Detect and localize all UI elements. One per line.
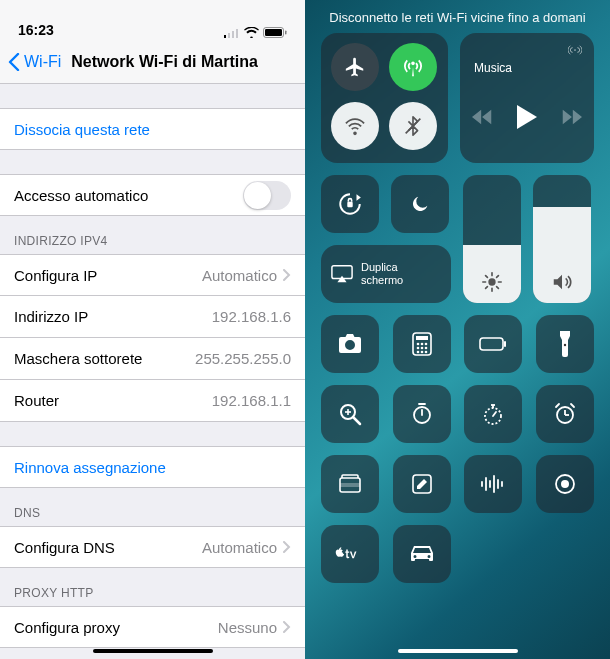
- camera-button[interactable]: [321, 315, 379, 373]
- antenna-icon: [402, 56, 424, 78]
- auto-join-row: Accesso automatico: [0, 174, 305, 216]
- status-time: 16:23: [18, 22, 54, 38]
- battery-icon: [263, 27, 287, 38]
- forget-network-button[interactable]: Dissocia questa rete: [0, 108, 305, 150]
- svg-line-48: [556, 404, 559, 407]
- rotation-lock-button[interactable]: [321, 175, 379, 233]
- screen-mirroring-button[interactable]: Duplicaschermo: [321, 245, 451, 303]
- svg-rect-5: [265, 29, 282, 36]
- control-center: Disconnetto le reti Wi-Fi vicine fino a …: [305, 0, 610, 659]
- notes-icon: [411, 473, 433, 495]
- wallet-button[interactable]: [321, 455, 379, 513]
- configure-ip-row[interactable]: Configura IP Automatico: [0, 254, 305, 296]
- waveform-icon: [480, 475, 506, 493]
- subnet-mask-row: Maschera sottorete 255.255.255.0: [0, 338, 305, 380]
- music-title: Musica: [474, 61, 582, 75]
- status-indicators: [224, 27, 287, 38]
- rewind-button[interactable]: [472, 108, 494, 126]
- svg-rect-32: [504, 341, 506, 347]
- svg-rect-2: [232, 31, 234, 38]
- wifi-button[interactable]: [331, 102, 379, 150]
- svg-rect-6: [285, 31, 287, 35]
- section-dns-header: DNS: [0, 488, 305, 526]
- svg-point-28: [416, 351, 419, 354]
- bluetooth-button[interactable]: [389, 102, 437, 150]
- back-button[interactable]: Wi-Fi: [8, 53, 61, 71]
- auto-join-toggle[interactable]: [243, 181, 291, 210]
- calculator-button[interactable]: [393, 315, 451, 373]
- svg-line-19: [497, 276, 499, 278]
- apple-tv-button[interactable]: [321, 525, 379, 583]
- svg-rect-31: [480, 338, 503, 350]
- brightness-slider[interactable]: [463, 175, 521, 303]
- svg-line-42: [493, 412, 496, 416]
- svg-line-35: [353, 417, 360, 424]
- apple-tv-icon: [335, 546, 365, 562]
- svg-point-29: [420, 351, 423, 354]
- svg-rect-51: [340, 483, 360, 487]
- wifi-icon: [244, 27, 259, 38]
- chevron-right-icon: [283, 621, 291, 633]
- cellular-data-button[interactable]: [389, 43, 437, 91]
- forward-button[interactable]: [560, 108, 582, 126]
- svg-point-30: [424, 351, 427, 354]
- svg-point-25: [416, 347, 419, 350]
- magnifier-icon: [338, 402, 362, 426]
- airplay-icon: [568, 43, 582, 57]
- cc-status-text: Disconnetto le reti Wi-Fi vicine fino a …: [305, 0, 610, 33]
- section-proxy-header: PROXY HTTP: [0, 568, 305, 606]
- rotation-lock-icon: [337, 191, 363, 217]
- magnifier-button[interactable]: [321, 385, 379, 443]
- stopwatch-button[interactable]: [464, 385, 522, 443]
- alarm-button[interactable]: [536, 385, 594, 443]
- music-tile[interactable]: Musica: [460, 33, 594, 163]
- svg-point-26: [420, 347, 423, 350]
- record-icon: [553, 472, 577, 496]
- chevron-left-icon: [8, 53, 20, 71]
- router-row: Router 192.168.1.1: [0, 380, 305, 422]
- brightness-icon: [481, 271, 503, 293]
- timer-button[interactable]: [393, 385, 451, 443]
- alarm-icon: [553, 402, 577, 426]
- connectivity-tile: [321, 33, 448, 163]
- svg-rect-21: [416, 336, 428, 340]
- svg-point-11: [488, 278, 495, 285]
- bluetooth-off-icon: [402, 115, 424, 137]
- svg-rect-9: [347, 202, 352, 207]
- renew-lease-button[interactable]: Rinnova assegnazione: [0, 446, 305, 488]
- carplay-button[interactable]: [393, 525, 451, 583]
- configure-dns-row[interactable]: Configura DNS Automatico: [0, 526, 305, 568]
- home-indicator[interactable]: [398, 649, 518, 653]
- chevron-right-icon: [283, 269, 291, 281]
- back-label: Wi-Fi: [24, 53, 61, 71]
- svg-point-24: [424, 343, 427, 346]
- volume-slider[interactable]: [533, 175, 591, 303]
- svg-point-8: [574, 49, 576, 51]
- screen-record-button[interactable]: [536, 455, 594, 513]
- section-ipv4-header: INDIRIZZO IPV4: [0, 216, 305, 254]
- do-not-disturb-button[interactable]: [391, 175, 449, 233]
- timer-icon: [410, 402, 434, 426]
- notes-button[interactable]: [393, 455, 451, 513]
- airplane-mode-button[interactable]: [331, 43, 379, 91]
- settings-screen: 16:23 Wi-Fi Network Wi-Fi di Martina Dis…: [0, 0, 305, 659]
- svg-rect-3: [236, 29, 238, 38]
- cellular-icon: [224, 28, 240, 38]
- airplane-icon: [344, 56, 366, 78]
- status-bar: 16:23: [0, 0, 305, 40]
- wifi-icon: [344, 115, 366, 137]
- svg-point-60: [561, 480, 569, 488]
- svg-line-18: [486, 287, 488, 289]
- play-button[interactable]: [516, 105, 538, 129]
- home-indicator[interactable]: [93, 649, 213, 653]
- ip-address-row: Indirizzo IP 192.168.1.6: [0, 296, 305, 338]
- svg-point-27: [424, 347, 427, 350]
- flashlight-icon: [558, 331, 572, 357]
- page-title: Network Wi-Fi di Martina: [71, 53, 258, 71]
- voice-memo-button[interactable]: [464, 455, 522, 513]
- low-power-button[interactable]: [464, 315, 522, 373]
- volume-icon: [551, 271, 573, 293]
- auto-join-label: Accesso automatico: [14, 187, 148, 204]
- flashlight-button[interactable]: [536, 315, 594, 373]
- configure-proxy-row[interactable]: Configura proxy Nessuno: [0, 606, 305, 648]
